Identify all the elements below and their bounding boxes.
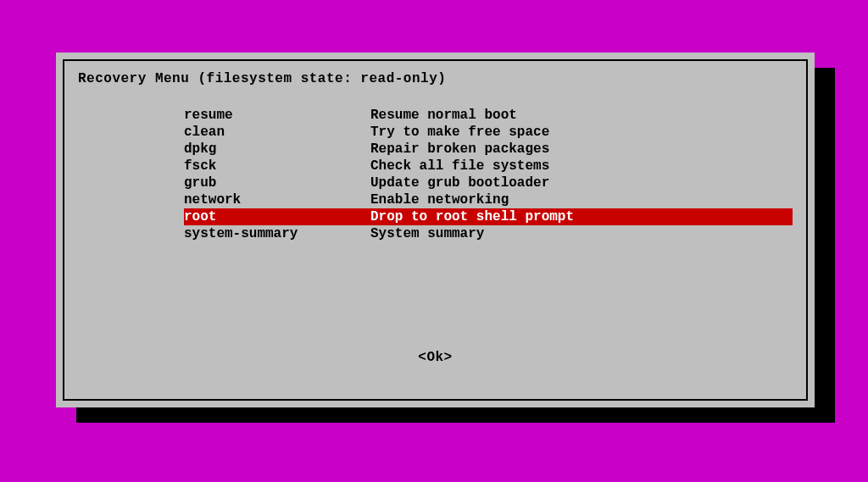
menu-item-resume[interactable]: resume Resume normal boot: [184, 107, 793, 124]
menu-item-dpkg[interactable]: dpkg Repair broken packages: [184, 141, 793, 158]
menu-item-desc: Drop to root shell prompt: [370, 208, 574, 225]
menu-item-key: fsck: [184, 158, 370, 175]
menu-item-desc: Repair broken packages: [370, 141, 549, 158]
menu-item-desc: Enable networking: [370, 191, 509, 208]
menu-item-key: resume: [184, 107, 370, 124]
menu-item-key: grub: [184, 175, 370, 191]
menu-item-clean[interactable]: clean Try to make free space: [184, 124, 793, 141]
dialog-title: Recovery Menu (filesystem state: read-on…: [78, 71, 793, 86]
menu-item-key: system-summary: [184, 225, 370, 242]
menu-item-key: network: [184, 191, 370, 208]
spacer: [78, 242, 793, 350]
menu-item-desc: Update grub bootloader: [370, 175, 549, 191]
recovery-menu-dialog: Recovery Menu (filesystem state: read-on…: [56, 53, 815, 407]
menu-item-key: clean: [184, 124, 370, 141]
ok-button[interactable]: <Ok>: [78, 350, 793, 365]
menu-item-desc: Resume normal boot: [370, 107, 517, 124]
menu-item-system-summary[interactable]: system-summary System summary: [184, 225, 793, 242]
menu-item-key: root: [184, 208, 370, 225]
menu-item-root[interactable]: root Drop to root shell prompt: [184, 208, 793, 225]
menu-item-key: dpkg: [184, 141, 370, 158]
menu-item-desc: System summary: [370, 225, 484, 242]
menu-item-network[interactable]: network Enable networking: [184, 191, 793, 208]
menu-list: resume Resume normal boot clean Try to m…: [184, 107, 793, 242]
menu-item-desc: Try to make free space: [370, 124, 549, 141]
menu-item-grub[interactable]: grub Update grub bootloader: [184, 175, 793, 191]
menu-item-desc: Check all file systems: [370, 158, 549, 175]
dialog-border: Recovery Menu (filesystem state: read-on…: [63, 59, 808, 401]
menu-item-fsck[interactable]: fsck Check all file systems: [184, 158, 793, 175]
